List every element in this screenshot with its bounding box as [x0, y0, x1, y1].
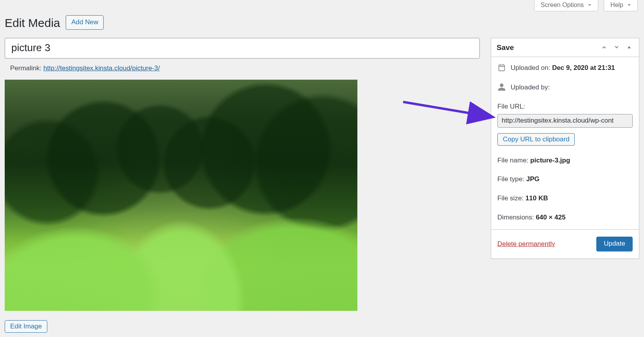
page-title: Edit Media: [5, 14, 60, 32]
save-heading: Save: [497, 42, 514, 53]
user-icon: [497, 83, 506, 95]
file-type-line: File type: JPG: [497, 175, 633, 184]
delete-permanently-link[interactable]: Delete permanently: [497, 239, 555, 249]
help-label: Help: [610, 2, 623, 9]
uploaded-on-text: Uploaded on: Dec 9, 2020 at 21:31: [511, 63, 615, 73]
media-preview-image: [5, 80, 357, 311]
calendar-icon: [497, 63, 506, 75]
chevron-up-icon: [601, 44, 608, 51]
copy-url-button[interactable]: Copy URL to clipboard: [497, 133, 575, 146]
media-title-input[interactable]: [5, 38, 480, 59]
help-button[interactable]: Help: [604, 0, 638, 11]
add-new-button[interactable]: Add New: [66, 15, 104, 30]
file-url-input[interactable]: [497, 114, 633, 128]
panel-move-down-button[interactable]: [612, 43, 621, 52]
file-name-line: File name: picture-3.jpg: [497, 156, 633, 166]
file-url-label: File URL:: [497, 102, 633, 112]
uploaded-by-text: Uploaded by:: [511, 83, 550, 93]
chevron-down-icon: [613, 44, 620, 51]
panel-toggle-button[interactable]: [625, 43, 633, 52]
panel-move-up-button[interactable]: [600, 43, 608, 52]
permalink-row: Permalink: http://testingsitex.kinsta.cl…: [10, 64, 478, 73]
save-postbox: Save: [491, 38, 639, 259]
screen-options-button[interactable]: Screen Options: [534, 0, 598, 11]
dimensions-line: Dimensions: 640 × 425: [497, 213, 633, 223]
caret-down-icon: [587, 2, 592, 8]
screen-options-label: Screen Options: [541, 2, 584, 9]
permalink-link[interactable]: http://testingsitex.kinsta.cloud/picture…: [43, 64, 160, 72]
permalink-label: Permalink:: [10, 64, 41, 72]
caret-up-icon: [626, 44, 633, 51]
edit-image-button[interactable]: Edit Image: [5, 320, 47, 333]
update-button[interactable]: Update: [596, 237, 633, 251]
file-size-line: File size: 110 KB: [497, 194, 633, 203]
caret-down-icon: [626, 2, 632, 8]
